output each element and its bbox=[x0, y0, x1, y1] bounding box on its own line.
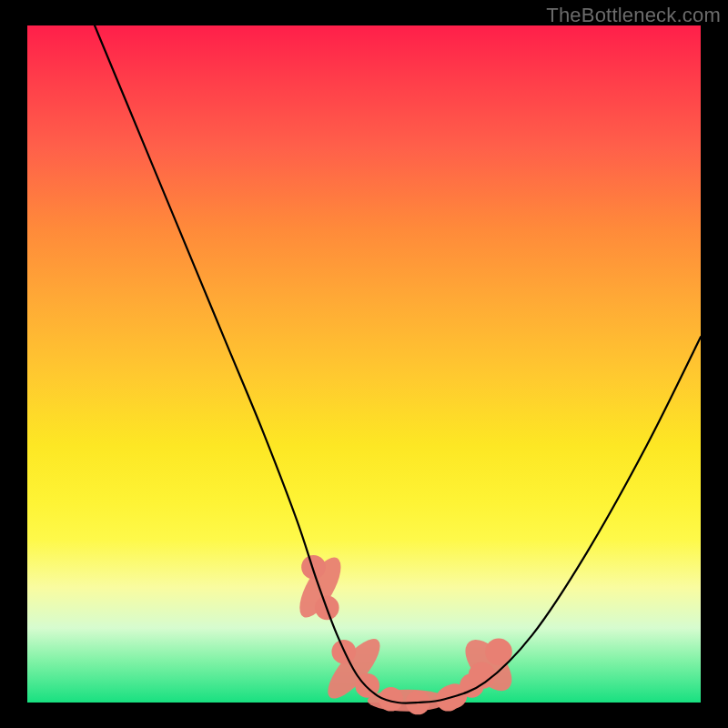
curve-marker-dot bbox=[301, 555, 326, 580]
chart-svg bbox=[27, 25, 701, 703]
marker-group bbox=[291, 551, 521, 714]
chart-plot-area bbox=[27, 25, 701, 703]
chart-frame: TheBottleneck.com bbox=[0, 0, 728, 728]
watermark-text: TheBottleneck.com bbox=[546, 4, 721, 27]
bottleneck-curve-path bbox=[95, 25, 701, 703]
